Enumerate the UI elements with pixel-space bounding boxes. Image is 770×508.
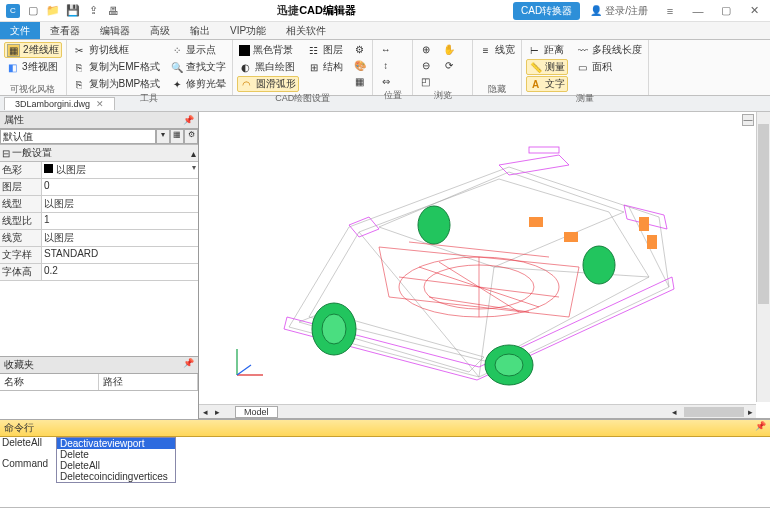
dropdown-item[interactable]: Delete bbox=[57, 449, 175, 460]
tab-output[interactable]: 输出 bbox=[180, 22, 220, 39]
v[interactable]: 0 bbox=[42, 179, 198, 195]
prop-row-textheight[interactable]: 字体高0.2 bbox=[0, 264, 198, 281]
btn-layers[interactable]: ☷图层 bbox=[305, 42, 345, 58]
prop-row-color[interactable]: 色彩以图层▾ bbox=[0, 162, 198, 179]
command-history-row: DeleteAll Deactivateviewport Delete Dele… bbox=[0, 437, 770, 483]
model-tab[interactable]: Model bbox=[235, 406, 278, 418]
points-icon: ⁘ bbox=[170, 44, 183, 57]
tab-vip[interactable]: VIP功能 bbox=[220, 22, 276, 39]
btn-zoom-in[interactable]: ⊕ bbox=[417, 42, 434, 57]
file-tab-close-icon[interactable]: ✕ bbox=[96, 99, 104, 109]
btn-distance[interactable]: ⊢距离 bbox=[526, 42, 568, 58]
login-button[interactable]: 👤登录/注册 bbox=[584, 4, 654, 18]
minimize-button[interactable]: — bbox=[686, 2, 710, 20]
btn-smooth-arc[interactable]: ◠圆滑弧形 bbox=[237, 76, 299, 92]
dropdown-item[interactable]: DeleteAll bbox=[57, 460, 175, 471]
svg-point-4 bbox=[322, 314, 346, 344]
save-icon[interactable]: 💾 bbox=[66, 4, 80, 18]
vp-min-icon[interactable]: — bbox=[742, 114, 754, 126]
btn-bw-draw[interactable]: ◐黑白绘图 bbox=[237, 59, 299, 75]
scroll-thumb[interactable] bbox=[758, 124, 769, 304]
open-folder-icon[interactable]: 📁 bbox=[46, 4, 60, 18]
btn-find-text[interactable]: 🔍查找文字 bbox=[168, 59, 228, 75]
properties-section-header[interactable]: ⊟一般设置▴ bbox=[0, 145, 198, 162]
pin-icon[interactable]: 📌 bbox=[183, 358, 194, 372]
viewport-scrollbar-h[interactable]: ◂ ▸ Model ◂ ▸ bbox=[199, 404, 756, 418]
prop-row-layer[interactable]: 图层0 bbox=[0, 179, 198, 196]
btn-setting-c[interactable]: ▦ bbox=[351, 74, 368, 89]
print-icon[interactable]: 🖶 bbox=[106, 4, 120, 18]
zoom-in-icon: ⊕ bbox=[419, 43, 432, 56]
dd-icon[interactable]: ▾ bbox=[192, 163, 196, 172]
btn-trim-halo[interactable]: ✦修剪光晕 bbox=[168, 76, 228, 92]
tab-advanced[interactable]: 高级 bbox=[140, 22, 180, 39]
btn-black-bg[interactable]: 黑色背景 bbox=[237, 42, 299, 58]
btn-cut-wireframe[interactable]: ✂剪切线框 bbox=[71, 42, 163, 58]
close-button[interactable]: ✕ bbox=[742, 2, 766, 20]
pin-icon[interactable]: 📌 bbox=[755, 421, 766, 435]
btn-pos-a[interactable]: ↔ bbox=[377, 42, 394, 57]
prop-row-linescale[interactable]: 线型比1 bbox=[0, 213, 198, 230]
fav-col-path[interactable]: 路径 bbox=[99, 374, 198, 390]
v[interactable]: STANDARD bbox=[42, 247, 198, 263]
dropdown-item[interactable]: Deactivateviewport bbox=[57, 438, 175, 449]
pin-icon[interactable]: 📌 bbox=[183, 115, 194, 125]
btn-structure[interactable]: ⊞结构 bbox=[305, 59, 345, 75]
viewport-scrollbar-v[interactable] bbox=[756, 112, 770, 402]
btn-zoom-out[interactable]: ⊖ bbox=[417, 58, 434, 73]
tab-file[interactable]: 文件 bbox=[0, 22, 40, 39]
k: 线型比 bbox=[0, 213, 42, 229]
ribbon-group-cad-settings: 黑色背景 ◐黑白绘图 ◠圆滑弧形 ☷图层 ⊞结构 ⚙ 🎨 ▦ CAD绘图设置 bbox=[233, 40, 373, 95]
btn-setting-a[interactable]: ⚙ bbox=[351, 42, 368, 57]
btn-pan[interactable]: ✋ bbox=[440, 42, 457, 57]
area-icon: ▭ bbox=[576, 61, 589, 74]
btn-measure[interactable]: 📏测量 bbox=[526, 59, 568, 75]
prop-row-textstyle[interactable]: 文字样STANDARD bbox=[0, 247, 198, 264]
filter-b-icon[interactable]: ⚙ bbox=[184, 129, 198, 144]
menu-icon[interactable]: ≡ bbox=[658, 2, 682, 20]
scroll-right-icon[interactable]: ▸ bbox=[744, 407, 756, 417]
v[interactable]: 1 bbox=[42, 213, 198, 229]
maximize-button[interactable]: ▢ bbox=[714, 2, 738, 20]
dropdown-arrow-icon[interactable]: ▾ bbox=[156, 129, 170, 144]
dropdown-item[interactable]: Deletecoincidingvertices bbox=[57, 471, 175, 482]
v[interactable]: 以图层 bbox=[42, 230, 198, 246]
prop-row-linetype[interactable]: 线型以图层 bbox=[0, 196, 198, 213]
scroll-left-icon[interactable]: ◂ bbox=[668, 407, 680, 417]
btn-text-measure[interactable]: A文字 bbox=[526, 76, 568, 92]
tab-prev-icon[interactable]: ◂ bbox=[199, 407, 211, 417]
btn-fit[interactable]: ◰ bbox=[417, 74, 434, 89]
v[interactable]: 以图层 bbox=[42, 196, 198, 212]
btn-pos-b[interactable]: ↕ bbox=[377, 58, 394, 73]
user-icon: 👤 bbox=[590, 5, 602, 16]
scroll-thumb-h[interactable] bbox=[684, 407, 744, 417]
command-panel: 命令行📌 DeleteAll Deactivateviewport Delete… bbox=[0, 419, 770, 508]
btn-show-points[interactable]: ⁘显示点 bbox=[168, 42, 228, 58]
btn-pos-c[interactable]: ⇔ bbox=[377, 74, 394, 89]
btn-polyline-length[interactable]: 〰多段线长度 bbox=[574, 42, 644, 58]
btn-area[interactable]: ▭面积 bbox=[574, 59, 644, 75]
tab-related[interactable]: 相关软件 bbox=[276, 22, 336, 39]
filter-a-icon[interactable]: ▦ bbox=[170, 129, 184, 144]
btn-orbit[interactable]: ⟳ bbox=[440, 58, 457, 73]
new-file-icon[interactable]: ▢ bbox=[26, 4, 40, 18]
fav-col-name[interactable]: 名称 bbox=[0, 374, 99, 390]
btn-lineweight[interactable]: ≡线宽 bbox=[477, 42, 517, 58]
viewport[interactable]: —▢ bbox=[199, 112, 770, 419]
btn-copy-emf[interactable]: ⎘复制为EMF格式 bbox=[71, 59, 163, 75]
btn-2d-wireframe[interactable]: ▦2维线框 bbox=[4, 42, 62, 58]
v[interactable]: 以图层▾ bbox=[42, 162, 198, 178]
file-tab[interactable]: 3DLamborgini.dwg✕ bbox=[4, 97, 115, 110]
properties-panel-header: 属性📌 bbox=[0, 112, 198, 129]
btn-setting-b[interactable]: 🎨 bbox=[351, 58, 368, 73]
default-value-dropdown[interactable]: 默认值 bbox=[0, 129, 156, 144]
tab-viewer[interactable]: 查看器 bbox=[40, 22, 90, 39]
prop-row-lineweight[interactable]: 线宽以图层 bbox=[0, 230, 198, 247]
export-icon[interactable]: ⇪ bbox=[86, 4, 100, 18]
tab-next-icon[interactable]: ▸ bbox=[211, 407, 223, 417]
btn-copy-bmp[interactable]: ⎘复制为BMP格式 bbox=[71, 76, 163, 92]
cad-converter-button[interactable]: CAD转换器 bbox=[513, 2, 580, 20]
tab-editor[interactable]: 编辑器 bbox=[90, 22, 140, 39]
v[interactable]: 0.2 bbox=[42, 264, 198, 280]
btn-3d-view[interactable]: ◧3维视图 bbox=[4, 59, 62, 75]
